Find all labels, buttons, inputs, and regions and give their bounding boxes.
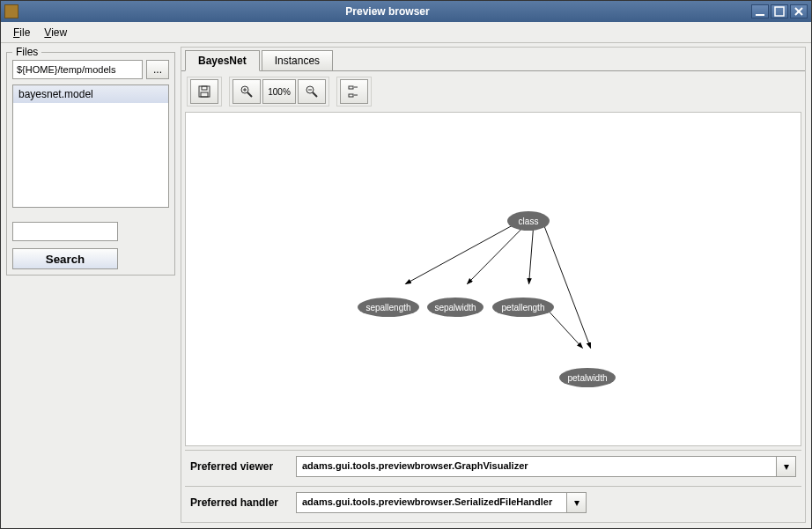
zoom-100-button[interactable]: 100% bbox=[262, 79, 296, 104]
svg-line-12 bbox=[313, 92, 317, 97]
preferred-viewer-label: Preferred viewer bbox=[190, 460, 291, 473]
maximize-button[interactable] bbox=[771, 4, 788, 18]
preferred-handler-row: Preferred handler adams.gui.tools.previe… bbox=[185, 486, 801, 518]
preferred-handler-label: Preferred handler bbox=[190, 496, 291, 509]
graph-edges bbox=[186, 113, 801, 445]
node-petallength[interactable]: petallength bbox=[492, 298, 554, 317]
svg-line-18 bbox=[405, 218, 525, 284]
menu-view[interactable]: View bbox=[37, 25, 74, 40]
close-icon bbox=[792, 4, 806, 18]
svg-rect-1 bbox=[775, 7, 784, 16]
svg-line-8 bbox=[247, 92, 252, 97]
file-item[interactable]: bayesnet.model bbox=[13, 85, 168, 103]
files-group: Files ... bayesnet.model Search bbox=[6, 52, 175, 276]
minimize-button[interactable] bbox=[751, 4, 769, 18]
search-button[interactable]: Search bbox=[12, 248, 118, 269]
file-list[interactable]: bayesnet.model bbox=[12, 84, 169, 208]
app-window: Preview browser File View Files ... bbox=[0, 0, 812, 529]
minimize-icon bbox=[753, 4, 767, 18]
node-class[interactable]: class bbox=[507, 211, 550, 231]
search-input[interactable] bbox=[12, 222, 118, 241]
tab-bayesnet[interactable]: BayesNet bbox=[185, 50, 260, 71]
svg-rect-5 bbox=[202, 86, 207, 90]
layout-icon bbox=[347, 84, 361, 99]
svg-line-21 bbox=[542, 220, 590, 349]
graph-canvas[interactable]: class sepallength sepalwidth petallength… bbox=[185, 112, 801, 446]
layout-button[interactable] bbox=[340, 79, 368, 104]
titlebar[interactable]: Preview browser bbox=[1, 1, 811, 22]
right-panel: BayesNet Instances 100% bbox=[181, 47, 806, 523]
app-icon bbox=[4, 4, 18, 18]
svg-line-19 bbox=[467, 221, 529, 284]
save-icon bbox=[197, 84, 211, 99]
zoom-in-icon bbox=[240, 84, 254, 99]
left-panel: Files ... bayesnet.model Search bbox=[6, 47, 175, 523]
preferred-viewer-combo[interactable]: adams.gui.tools.previewbrowser.GraphVisu… bbox=[296, 456, 796, 477]
chevron-down-icon[interactable]: ▾ bbox=[776, 457, 795, 476]
content: Files ... bayesnet.model Search BayesNet… bbox=[1, 43, 811, 528]
tab-body: 100% bbox=[181, 70, 805, 522]
close-button[interactable] bbox=[790, 4, 808, 18]
save-button[interactable] bbox=[190, 79, 218, 104]
maximize-icon bbox=[772, 4, 786, 18]
zoom-out-button[interactable] bbox=[298, 79, 326, 104]
svg-rect-14 bbox=[349, 86, 353, 89]
menu-file[interactable]: File bbox=[6, 25, 37, 40]
window-title: Preview browser bbox=[24, 5, 751, 18]
tab-bar: BayesNet Instances bbox=[181, 48, 805, 70]
svg-rect-16 bbox=[349, 94, 353, 97]
preferred-viewer-value: adams.gui.tools.previewbrowser.GraphVisu… bbox=[297, 457, 776, 476]
svg-line-20 bbox=[529, 222, 535, 284]
tab-instances[interactable]: Instances bbox=[262, 50, 333, 71]
browse-button[interactable]: ... bbox=[146, 60, 169, 79]
chevron-down-icon[interactable]: ▾ bbox=[566, 493, 586, 512]
window-controls bbox=[751, 4, 808, 18]
preferred-handler-value: adams.gui.tools.previewbrowser.Serialize… bbox=[297, 493, 566, 512]
zoom-out-icon bbox=[305, 84, 319, 99]
files-legend: Files bbox=[12, 46, 41, 58]
path-input[interactable] bbox=[12, 60, 143, 79]
toolbar: 100% bbox=[185, 75, 801, 108]
svg-rect-6 bbox=[201, 92, 208, 97]
node-sepallength[interactable]: sepallength bbox=[358, 298, 419, 317]
preferred-viewer-row: Preferred viewer adams.gui.tools.preview… bbox=[185, 450, 801, 482]
menubar: File View bbox=[1, 22, 811, 43]
node-sepalwidth[interactable]: sepalwidth bbox=[427, 298, 484, 317]
node-petalwidth[interactable]: petalwidth bbox=[559, 368, 616, 387]
zoom-in-button[interactable] bbox=[233, 79, 261, 104]
preferred-handler-combo[interactable]: adams.gui.tools.previewbrowser.Serialize… bbox=[296, 492, 587, 513]
